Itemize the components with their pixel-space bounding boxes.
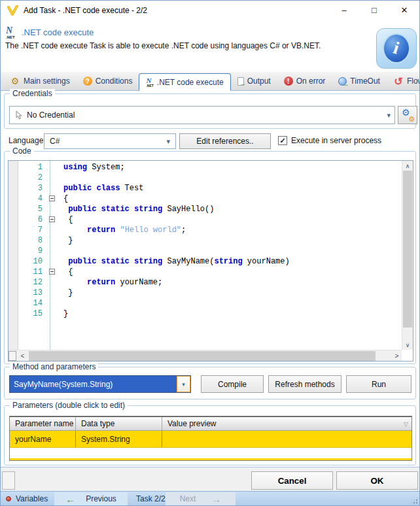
code-group: Code 1using System;23public class Test4{… — [4, 151, 416, 364]
vertical-scroll-thumb[interactable] — [403, 171, 412, 328]
scroll-up-icon[interactable]: ∧ — [402, 161, 413, 171]
cancel-button[interactable]: Cancel — [251, 471, 333, 490]
task-header: N.NET .NET code execute The .NET code ex… — [1, 20, 419, 72]
tab-on-error[interactable]: !On error — [277, 72, 332, 90]
fold-margin — [46, 235, 61, 246]
arrow-right-icon: → — [211, 494, 221, 504]
app-logo-icon — [7, 5, 18, 16]
fold-margin — [46, 309, 61, 319]
run-button[interactable]: Run — [346, 375, 411, 393]
fold-margin — [46, 183, 61, 194]
code-line-11: 11 { — [9, 267, 402, 277]
code-text — [61, 173, 63, 183]
line-number: 8 — [19, 235, 46, 246]
previous-task-button[interactable]: ← Previous — [54, 492, 128, 505]
value-preview-cell[interactable] — [162, 431, 411, 447]
line-number: 5 — [19, 204, 46, 214]
language-dropdown[interactable]: C# ▾ — [44, 133, 176, 149]
ok-button[interactable]: OK — [336, 471, 418, 490]
tab-flow[interactable]: ↺Flow — [387, 72, 420, 90]
language-label: Language: — [9, 136, 46, 145]
column-header-data-type[interactable]: Data type — [76, 417, 162, 430]
splitter-handle[interactable] — [9, 351, 16, 361]
add-task-dialog: Add Task - .NET code execute - 2/2 – □ ✕… — [0, 0, 420, 506]
credential-selected-value: No Credential — [27, 110, 75, 120]
scroll-left-icon[interactable]: < — [18, 351, 27, 361]
tab-output[interactable]: →Output — [231, 72, 277, 90]
manage-credentials-button[interactable]: ⚙⚙ — [398, 106, 417, 124]
code-line-8: 8 } — [9, 235, 402, 246]
code-text: public static string SayMyName(string yo… — [61, 256, 290, 267]
scroll-right-icon[interactable]: > — [392, 351, 402, 361]
line-number: 14 — [19, 298, 46, 309]
maximize-button[interactable]: □ — [359, 1, 389, 20]
code-lines[interactable]: 1using System;23public class Test4{5 pub… — [9, 162, 402, 319]
dropdown-arrow-icon[interactable]: ▾ — [177, 376, 190, 392]
dropdown-arrow-icon[interactable]: ▾ — [387, 111, 391, 120]
resize-grip[interactable] — [411, 497, 418, 504]
line-number: 4 — [19, 194, 46, 204]
line-number: 2 — [19, 173, 46, 183]
execute-server-process-label: Execute in server process — [291, 136, 381, 145]
code-text: return "Hello world"; — [61, 225, 186, 235]
tab-label: TimeOut — [350, 76, 380, 86]
fold-margin — [46, 277, 61, 288]
method-dropdown[interactable]: SayMyName(System.String) ▾ — [9, 375, 191, 393]
tab-conditions[interactable]: ?Conditions — [77, 72, 139, 90]
line-number: 10 — [19, 256, 46, 267]
dotnet-icon: N.NET — [146, 77, 153, 88]
fold-collapse-icon[interactable] — [49, 195, 55, 201]
line-number: 12 — [19, 277, 46, 288]
edge-mini-button[interactable] — [2, 471, 15, 490]
credential-dropdown[interactable]: No Credential ▾ — [9, 106, 395, 124]
tab-net-code-execute[interactable]: N.NET.NET code execute — [139, 73, 230, 91]
code-text: { — [61, 267, 73, 277]
dropdown-arrow-icon[interactable]: ▾ — [166, 137, 170, 146]
horizontal-scroll-thumb[interactable] — [29, 351, 376, 361]
compile-button[interactable]: Compile — [201, 375, 264, 393]
column-header-parameter-name[interactable]: Parameter name — [10, 417, 76, 430]
dotnet-icon: N.NET — [6, 26, 15, 39]
grid-rows: yourNameSystem.String — [10, 431, 411, 448]
code-line-7: 7 return "Hello world"; — [9, 225, 402, 235]
execute-server-process-checkbox[interactable]: ✓ — [278, 136, 287, 145]
grid-header-row: Parameter nameData typeValue preview▽ — [10, 416, 411, 431]
previous-label: Previous — [86, 494, 116, 503]
tab-timeout[interactable]: →TimeOut — [332, 72, 387, 90]
code-line-12: 12 return yourName; — [9, 277, 402, 288]
edit-references-button[interactable]: Edit references.. — [179, 133, 271, 149]
variables-button[interactable]: Variables — [6, 492, 48, 505]
line-number: 13 — [19, 288, 46, 298]
parameter-name-cell[interactable]: yourName — [10, 431, 76, 447]
info-icon: i — [376, 28, 417, 69]
code-text: } — [61, 235, 73, 246]
gears-icon: ⚙ — [10, 76, 20, 86]
code-line-6: 6 { — [9, 214, 402, 225]
code-editor[interactable]: 1using System;23public class Test4{5 pub… — [8, 160, 413, 362]
next-task-button[interactable]: Next → — [166, 492, 236, 505]
fold-collapse-icon[interactable] — [49, 269, 55, 275]
column-header-value-preview[interactable]: Value preview — [162, 417, 411, 430]
filter-icon[interactable]: ▽ — [404, 421, 408, 428]
parameter-row[interactable]: yourNameSystem.String — [10, 431, 411, 448]
question-icon: ? — [83, 76, 92, 86]
gears-icon: ⚙⚙ — [402, 109, 413, 121]
fold-margin — [46, 225, 61, 235]
minimize-button[interactable]: – — [329, 1, 359, 20]
task-description: The .NET code execute Task is able to ex… — [5, 41, 372, 50]
tab-page-net-code-execute: Credentials No Credential ▾ ⚙⚙ Language:… — [1, 91, 419, 467]
parameters-grid[interactable]: Parameter nameData typeValue preview▽ yo… — [9, 416, 412, 461]
horizontal-scrollbar[interactable]: < > — [9, 350, 402, 361]
code-group-label: Code — [10, 146, 34, 156]
tab-main-settings[interactable]: ⚙Main settings — [3, 72, 77, 90]
fold-margin — [46, 204, 61, 214]
fold-collapse-icon[interactable] — [49, 216, 55, 222]
fold-margin — [46, 162, 61, 173]
data-type-cell[interactable]: System.String — [76, 431, 162, 447]
close-button[interactable]: ✕ — [389, 1, 419, 20]
refresh-methods-button[interactable]: Refresh methods — [268, 375, 341, 393]
tab-bar: ⚙Main settings?ConditionsN.NET.NET code … — [1, 72, 419, 91]
code-text: using System; — [61, 162, 125, 173]
scroll-down-icon[interactable]: ∨ — [402, 340, 413, 350]
vertical-scrollbar[interactable]: ∧ ∨ — [402, 161, 413, 350]
